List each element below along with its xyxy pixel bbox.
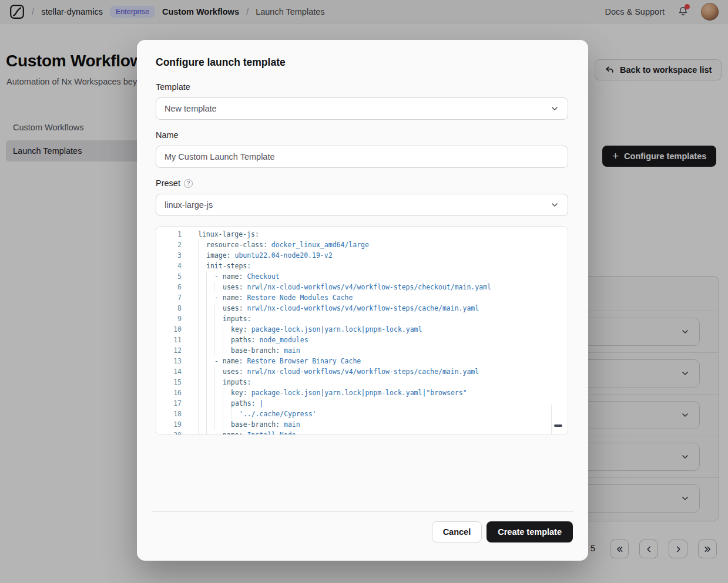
line-number: 12 <box>156 345 198 356</box>
indent-guide <box>206 303 214 314</box>
indent-guide <box>206 398 214 409</box>
indent-guide <box>198 282 206 292</box>
indent-guide <box>206 324 214 335</box>
code-line: 15inputs: <box>156 377 568 387</box>
indent-guide <box>214 324 223 335</box>
indent-guide <box>214 409 223 419</box>
create-template-button[interactable]: Create template <box>487 521 573 542</box>
line-number: 4 <box>156 261 198 271</box>
modal-title: Configure launch template <box>156 56 286 69</box>
chevron-down-icon <box>550 104 559 113</box>
line-number: 9 <box>156 314 198 324</box>
template-select[interactable]: New template <box>156 97 568 120</box>
line-number: 2 <box>156 240 198 250</box>
help-icon[interactable]: ? <box>184 179 193 188</box>
code-line: 20- name: Install Node <box>156 430 568 435</box>
indent-guide <box>223 345 231 356</box>
indent-guide <box>198 250 206 261</box>
code-line: 19base-branch: main <box>156 419 568 430</box>
indent-guide <box>206 335 214 345</box>
indent-guide <box>198 345 206 356</box>
indent-guide <box>206 430 214 435</box>
template-label: Template <box>156 82 190 92</box>
indent-guide <box>214 377 223 387</box>
indent-guide <box>198 366 206 377</box>
indent-guide <box>206 356 214 366</box>
chevron-down-icon <box>550 200 559 210</box>
code-line: 7- name: Restore Node Modules Cache <box>156 292 568 303</box>
preset-select[interactable]: linux-large-js <box>156 194 568 216</box>
line-number: 15 <box>156 377 198 387</box>
line-number: 20 <box>156 430 198 435</box>
name-label: Name <box>156 130 179 140</box>
indent-guide <box>198 419 206 430</box>
code-line: 14uses: nrwl/nx-cloud-workflows/v4/workf… <box>156 366 568 377</box>
line-number: 5 <box>156 271 198 282</box>
line-number: 16 <box>156 387 198 398</box>
indent-guide <box>198 387 206 398</box>
indent-guide <box>206 387 214 398</box>
code-line: 10key: package-lock.json|yarn.lock|pnpm-… <box>156 324 568 335</box>
code-line: 13- name: Restore Browser Binary Cache <box>156 356 568 366</box>
preset-label-text: Preset <box>156 178 180 188</box>
indent-guide <box>206 314 214 324</box>
code-line: 2resource-class: docker_linux_amd64/larg… <box>156 240 568 250</box>
indent-guide <box>214 419 223 430</box>
line-number: 11 <box>156 335 198 345</box>
indent-guide <box>198 240 206 250</box>
indent-guide <box>223 324 231 335</box>
code-line: 16key: package-lock.json|yarn.lock|pnpm-… <box>156 387 568 398</box>
code-line: 9inputs: <box>156 314 568 324</box>
editor-scrollbar-thumb[interactable] <box>554 424 562 427</box>
line-number: 6 <box>156 282 198 292</box>
indent-guide <box>198 430 206 435</box>
indent-guide <box>198 303 206 314</box>
code-line: 6uses: nrwl/nx-cloud-workflows/v4/workfl… <box>156 282 568 292</box>
code-editor[interactable]: 1linux-large-js:2resource-class: docker_… <box>156 226 568 435</box>
indent-guide <box>214 387 223 398</box>
indent-guide <box>198 377 206 387</box>
line-number: 3 <box>156 250 198 261</box>
indent-guide <box>198 398 206 409</box>
line-number: 14 <box>156 366 198 377</box>
preset-label: Preset ? <box>156 178 193 188</box>
line-number: 18 <box>156 409 198 419</box>
code-line: 12base-branch: main <box>156 345 568 356</box>
template-select-value: New template <box>165 104 217 113</box>
line-number: 8 <box>156 303 198 314</box>
indent-guide <box>214 303 223 314</box>
code-line: 11paths: node_modules <box>156 335 568 345</box>
cancel-button[interactable]: Cancel <box>432 521 482 542</box>
indent-guide <box>206 282 214 292</box>
line-number: 13 <box>156 356 198 366</box>
line-number: 7 <box>156 292 198 303</box>
code-editor-lines: 1linux-large-js:2resource-class: docker_… <box>156 227 568 435</box>
configure-launch-template-modal: Configure launch template Template New t… <box>137 40 588 561</box>
indent-guide <box>198 292 206 303</box>
indent-guide <box>198 335 206 345</box>
code-line: 4init-steps: <box>156 261 568 271</box>
indent-guide <box>214 335 223 345</box>
indent-guide <box>198 271 206 282</box>
indent-guide <box>206 419 214 430</box>
indent-guide <box>206 409 214 419</box>
code-line: 8uses: nrwl/nx-cloud-workflows/v4/workfl… <box>156 303 568 314</box>
indent-guide <box>198 261 206 271</box>
indent-guide <box>198 409 206 419</box>
indent-guide <box>198 324 206 335</box>
name-input[interactable] <box>156 146 568 168</box>
indent-guide <box>206 345 214 356</box>
code-line: 17paths: | <box>156 398 568 409</box>
indent-guide <box>214 398 223 409</box>
line-number: 1 <box>156 229 198 240</box>
indent-guide <box>223 409 231 419</box>
line-number: 10 <box>156 324 198 335</box>
code-line: 5- name: Checkout <box>156 271 568 282</box>
modal-footer: Cancel Create template <box>432 521 573 542</box>
indent-guide <box>231 409 239 419</box>
indent-guide <box>214 314 223 324</box>
preset-select-value: linux-large-js <box>165 200 213 210</box>
indent-guide <box>214 366 223 377</box>
indent-guide <box>198 356 206 366</box>
indent-guide <box>198 314 206 324</box>
